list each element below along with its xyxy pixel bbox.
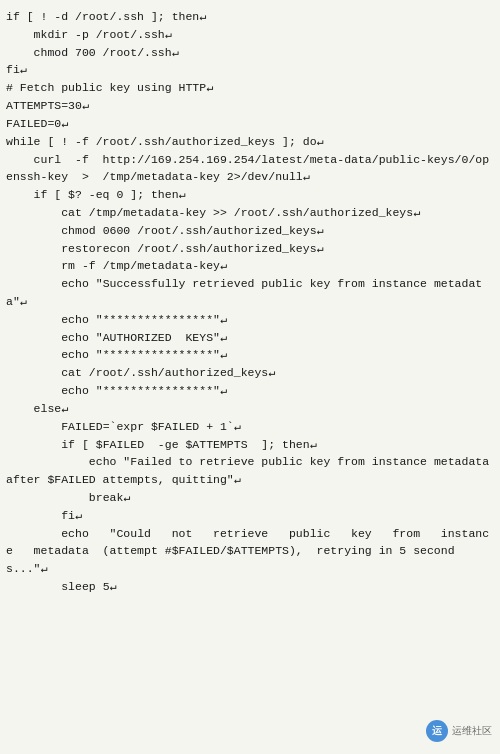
line-14: rm -f /tmp/metadata-key↵ [6, 259, 227, 272]
watermark: 运 运维社区 [426, 720, 492, 742]
line-20: echo "****************"↵ [6, 384, 227, 397]
line-10: if [ $? -eq 0 ]; then↵ [6, 188, 185, 201]
line-6: ATTEMPTS=30↵ [6, 99, 89, 112]
line-11: cat /tmp/metadata-key >> /root/.ssh/auth… [6, 206, 420, 219]
line-3: chmod 700 /root/.ssh↵ [6, 46, 179, 59]
line-25: break↵ [6, 491, 130, 504]
line-4: fi↵ [6, 63, 27, 76]
line-12: chmod 0600 /root/.ssh/authorized_keys↵ [6, 224, 323, 237]
line-1: if [ ! -d /root/.ssh ]; then↵ [6, 10, 206, 23]
line-19: cat /root/.ssh/authorized_keys↵ [6, 366, 275, 379]
watermark-label: 运维社区 [452, 724, 492, 738]
line-27: echo "Could not retrieve public key from… [6, 527, 489, 576]
line-2: mkdir -p /root/.ssh↵ [6, 28, 172, 41]
watermark-icon: 运 [426, 720, 448, 742]
code-block: if [ ! -d /root/.ssh ]; then↵ mkdir -p /… [6, 8, 494, 596]
line-26: fi↵ [6, 509, 82, 522]
line-13: restorecon /root/.ssh/authorized_keys↵ [6, 242, 323, 255]
line-24: echo "Failed to retrieve public key from… [6, 455, 496, 486]
line-9: curl -f http://169.254.169.254/latest/me… [6, 153, 489, 184]
line-22: FAILED=`expr $FAILED + 1`↵ [6, 420, 241, 433]
line-15: echo "Successfully retrieved public key … [6, 277, 482, 308]
line-8: while [ ! -f /root/.ssh/authorized_keys … [6, 135, 323, 148]
line-5: # Fetch public key using HTTP↵ [6, 81, 213, 94]
line-28: sleep 5↵ [6, 580, 116, 593]
line-23: if [ $FAILED -ge $ATTEMPTS ]; then↵ [6, 438, 317, 451]
line-21: else↵ [6, 402, 68, 415]
watermark-icon-text: 运 [432, 724, 442, 738]
line-16: echo "****************"↵ [6, 313, 227, 326]
line-18: echo "****************"↵ [6, 348, 227, 361]
line-17: echo "AUTHORIZED KEYS"↵ [6, 331, 227, 344]
line-7: FAILED=0↵ [6, 117, 68, 130]
code-container: if [ ! -d /root/.ssh ]; then↵ mkdir -p /… [0, 0, 500, 754]
